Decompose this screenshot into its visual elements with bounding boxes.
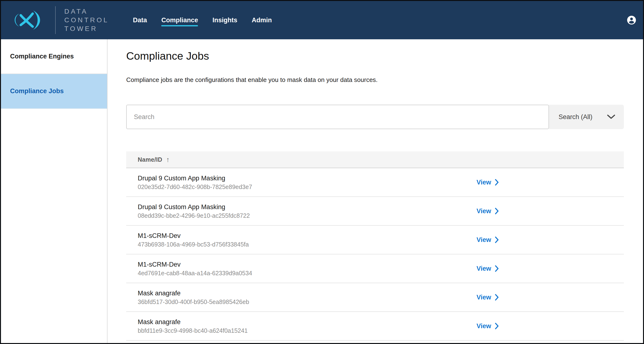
table-row: M1-sCRM-Dev 473b6938-106a-4969-bc53-d756…	[126, 226, 624, 254]
job-name: Mask anagrafe	[138, 317, 476, 327]
job-name-cell: M1-sCRM-Dev 473b6938-106a-4969-bc53-d756…	[126, 231, 476, 248]
job-name: Drupal 9 Custom App Masking	[138, 174, 476, 183]
job-name: M1-sCRM-Dev	[138, 260, 476, 269]
job-action-cell: View	[476, 265, 624, 272]
job-name-cell: M1-sCRM-Dev 4ed7691e-cab8-48aa-a14a-6233…	[126, 260, 476, 277]
sidebar: Compliance Engines Compliance Jobs	[1, 39, 108, 343]
job-id: 4ed7691e-cab8-48aa-a14a-62339d9a0534	[138, 269, 476, 277]
compliance-jobs-table: Name/ID ↑ Drupal 9 Custom App Masking 02…	[126, 151, 624, 341]
view-link-label: View	[476, 265, 491, 272]
chevron-right-icon	[495, 179, 499, 186]
nav-item-insights[interactable]: Insights	[212, 1, 237, 39]
nav-item-admin[interactable]: Admin	[252, 1, 272, 39]
view-link-label: View	[476, 236, 491, 244]
chevron-right-icon	[495, 207, 499, 215]
sidebar-item-compliance-engines[interactable]: Compliance Engines	[1, 39, 107, 74]
view-link-label: View	[476, 294, 491, 301]
sidebar-item-compliance-jobs[interactable]: Compliance Jobs	[1, 74, 107, 109]
job-name-cell: Drupal 9 Custom App Masking 08edd39c-bbe…	[126, 202, 476, 220]
nav-item-compliance[interactable]: Compliance	[161, 1, 198, 39]
view-link[interactable]: View	[476, 236, 499, 244]
view-link[interactable]: View	[476, 179, 499, 186]
job-action-cell: View	[476, 207, 624, 215]
job-action-cell: View	[476, 179, 624, 186]
page-title: Compliance Jobs	[126, 50, 624, 62]
chevron-right-icon	[495, 323, 499, 330]
table-row: Mask anagrafe 36bfd517-30d0-400f-b950-5e…	[126, 283, 624, 312]
table-header: Name/ID ↑	[126, 151, 624, 168]
chevron-right-icon	[495, 265, 499, 272]
brand-logo[interactable]: DATA CONTROL TOWER	[7, 1, 109, 39]
content-area: Compliance Engines Compliance Jobs Compl…	[1, 39, 643, 343]
job-id: bbfd11e9-3cc9-4998-bc40-a624f0a15241	[138, 327, 476, 335]
chevron-right-icon	[495, 294, 499, 301]
user-avatar-icon	[627, 15, 636, 25]
table-body: Drupal 9 Custom App Masking 020e35d2-7d6…	[126, 168, 624, 341]
view-link[interactable]: View	[476, 294, 499, 301]
view-link[interactable]: View	[476, 265, 499, 272]
job-id: 08edd39c-bbe2-4296-9e10-ac255fdc8722	[138, 211, 476, 220]
table-row: Drupal 9 Custom App Masking 08edd39c-bbe…	[126, 197, 624, 226]
job-id: 020e35d2-7d60-482c-908b-7825e89ed3e7	[138, 183, 476, 191]
job-name: Drupal 9 Custom App Masking	[138, 202, 476, 211]
job-name-cell: Mask anagrafe 36bfd517-30d0-400f-b950-5e…	[126, 289, 476, 306]
job-name-cell: Mask anagrafe bbfd11e9-3cc9-4998-bc40-a6…	[126, 317, 476, 335]
nav-item-data[interactable]: Data	[133, 1, 147, 39]
table-row: Mask anagrafe bbfd11e9-3cc9-4998-bc40-a6…	[126, 312, 624, 341]
job-action-cell: View	[476, 323, 624, 330]
top-nav: Data Compliance Insights Admin	[133, 1, 272, 39]
column-header-name-id[interactable]: Name/ID ↑	[138, 156, 170, 164]
job-name: M1-sCRM-Dev	[138, 231, 476, 240]
logo-divider	[55, 6, 56, 34]
brand-wordmark: DATA CONTROL TOWER	[64, 7, 109, 33]
job-action-cell: View	[476, 294, 624, 301]
search-scope-dropdown[interactable]: Search (All)	[549, 105, 624, 129]
view-link[interactable]: View	[476, 207, 499, 215]
delphix-infinity-mark-icon	[7, 9, 45, 31]
view-link-label: View	[476, 323, 491, 330]
job-id: 36bfd517-30d0-400f-b950-5ea8985426eb	[138, 298, 476, 306]
job-name: Mask anagrafe	[138, 289, 476, 298]
job-id: 473b6938-106a-4969-bc53-d756f33845fa	[138, 240, 476, 248]
app-window: DATA CONTROL TOWER Data Compliance Insig…	[0, 0, 644, 344]
table-row: Drupal 9 Custom App Masking 020e35d2-7d6…	[126, 168, 624, 197]
main-panel: Compliance Jobs Compliance jobs are the …	[108, 39, 643, 343]
view-link-label: View	[476, 207, 491, 215]
job-action-cell: View	[476, 236, 624, 244]
search-input[interactable]	[126, 105, 549, 129]
table-row: M1-sCRM-Dev 4ed7691e-cab8-48aa-a14a-6233…	[126, 254, 624, 283]
brand-line-1: DATA	[64, 7, 109, 16]
view-link[interactable]: View	[476, 323, 499, 330]
page-description: Compliance jobs are the configurations t…	[126, 76, 624, 84]
brand-line-3: TOWER	[64, 24, 109, 33]
top-bar: DATA CONTROL TOWER Data Compliance Insig…	[1, 1, 643, 39]
chevron-right-icon	[495, 236, 499, 243]
search-row: Search (All)	[126, 105, 624, 129]
job-name-cell: Drupal 9 Custom App Masking 020e35d2-7d6…	[126, 174, 476, 191]
column-header-label: Name/ID	[138, 156, 162, 163]
brand-line-2: CONTROL	[64, 16, 109, 24]
user-avatar-button[interactable]	[627, 15, 636, 25]
chevron-down-icon	[607, 115, 615, 119]
search-scope-label: Search (All)	[558, 113, 592, 121]
sort-ascending-icon: ↑	[166, 156, 170, 164]
view-link-label: View	[476, 179, 491, 186]
